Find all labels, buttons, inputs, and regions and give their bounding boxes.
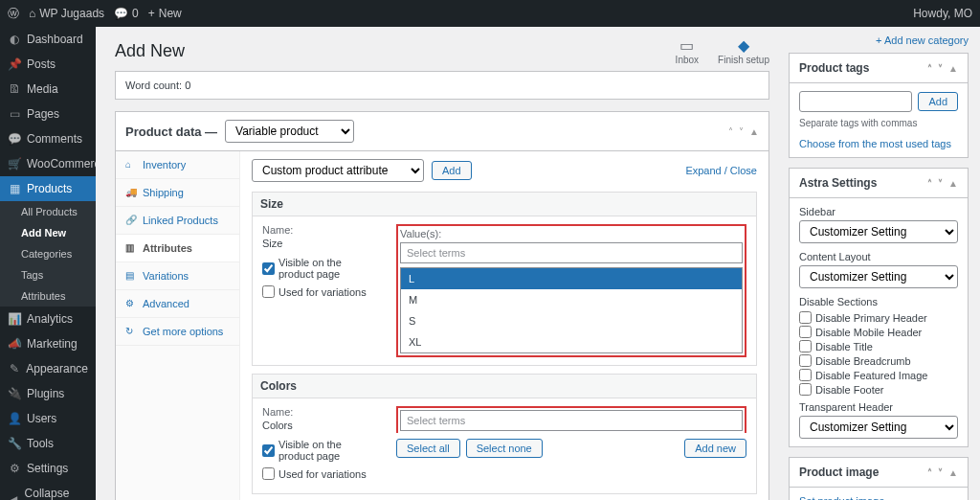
product-tags-panel: Product tags˄˅▲ Add Separate tags with c… bbox=[789, 53, 969, 158]
menu-marketing[interactable]: 📣Marketing bbox=[0, 331, 96, 356]
menu-dashboard[interactable]: ◐Dashboard bbox=[0, 27, 96, 52]
attribute-type-select[interactable]: Custom product attribute bbox=[252, 159, 424, 182]
product-data-panel: Product data — Variable product ˄ ˅ ▲ ⌂I… bbox=[115, 111, 769, 500]
plugins-icon: 🔌 bbox=[8, 387, 21, 400]
tab-variations[interactable]: ▤Variations bbox=[116, 262, 239, 290]
size-option-l[interactable]: L bbox=[401, 268, 742, 289]
size-select-terms-input[interactable]: Select terms bbox=[400, 242, 743, 263]
tab-get-more-options[interactable]: ↻Get more options bbox=[116, 318, 239, 346]
marketing-icon: 📣 bbox=[8, 337, 21, 351]
panel-up-icon[interactable]: ˄ bbox=[728, 126, 733, 137]
inbox-icon: ▭ bbox=[676, 36, 699, 55]
posts-icon: 📌 bbox=[8, 57, 21, 71]
tab-attributes[interactable]: ▥Attributes bbox=[116, 235, 239, 262]
submenu-add-new[interactable]: Add New bbox=[0, 222, 96, 243]
my-account-link[interactable]: Howdy, MO bbox=[913, 7, 972, 20]
menu-plugins[interactable]: 🔌Plugins bbox=[0, 381, 96, 406]
choose-most-used-tags-link[interactable]: Choose from the most used tags bbox=[799, 138, 951, 149]
size-values-highlight: Value(s): Select terms L M S XL bbox=[396, 224, 746, 357]
comments-link[interactable]: 💬 0 bbox=[114, 7, 139, 20]
disable-footer[interactable]: Disable Footer bbox=[799, 383, 958, 396]
submenu-all-products[interactable]: All Products bbox=[0, 201, 96, 222]
menu-tools[interactable]: 🔧Tools bbox=[0, 431, 96, 456]
attributes-icon: ▥ bbox=[125, 242, 137, 254]
size-visible-checkbox[interactable] bbox=[262, 262, 275, 275]
size-variations-checkbox[interactable] bbox=[262, 285, 275, 298]
tab-inventory[interactable]: ⌂Inventory bbox=[116, 151, 239, 179]
menu-users[interactable]: 👤Users bbox=[0, 406, 96, 431]
size-option-xl[interactable]: XL bbox=[401, 331, 742, 352]
linked-icon: 🔗 bbox=[125, 215, 137, 226]
finish-setup-button[interactable]: ◆Finish setup bbox=[718, 36, 769, 65]
size-option-s[interactable]: S bbox=[401, 310, 742, 331]
attribute-size-header[interactable]: Size bbox=[253, 193, 756, 216]
disable-mobile-header[interactable]: Disable Mobile Header bbox=[799, 326, 958, 338]
size-values-label: Value(s): bbox=[400, 228, 743, 239]
disable-title[interactable]: Disable Title bbox=[799, 340, 958, 352]
colors-visible-checkbox[interactable] bbox=[262, 444, 275, 457]
appearance-icon: ✎ bbox=[8, 362, 20, 375]
tab-advanced[interactable]: ⚙Advanced bbox=[116, 290, 239, 318]
tags-title: Product tags bbox=[799, 61, 869, 75]
wordpress-logo-icon[interactable]: ⓦ bbox=[8, 6, 19, 22]
product-data-label: Product data — bbox=[125, 125, 217, 139]
tab-shipping[interactable]: 🚚Shipping bbox=[116, 179, 239, 207]
menu-comments[interactable]: 💬Comments bbox=[0, 126, 96, 151]
add-attribute-button[interactable]: Add bbox=[432, 161, 472, 180]
astra-disable-label: Disable Sections bbox=[799, 296, 958, 307]
menu-woocommerce[interactable]: 🛒WooCommerce bbox=[0, 151, 96, 176]
collapse-menu[interactable]: ◀Collapse menu bbox=[0, 481, 96, 500]
panel-toggle-icon[interactable]: ▲ bbox=[749, 126, 759, 137]
astra-transparent-select[interactable]: Customizer Setting bbox=[799, 416, 958, 439]
submenu-tags[interactable]: Tags bbox=[0, 264, 96, 285]
shipping-icon: 🚚 bbox=[125, 187, 137, 198]
settings-icon: ⚙ bbox=[8, 462, 21, 475]
add-new-term-button[interactable]: Add new bbox=[684, 439, 746, 458]
colors-values-highlight: Select terms bbox=[396, 406, 746, 433]
attribute-colors-header[interactable]: Colors bbox=[253, 375, 756, 398]
colors-variations-label: Used for variations bbox=[278, 468, 367, 480]
panel-down-icon[interactable]: ˅ bbox=[739, 126, 744, 137]
tags-input[interactable] bbox=[799, 91, 912, 112]
expand-close-link[interactable]: Expand / Close bbox=[685, 165, 757, 176]
word-count-bar: Word count: 0 bbox=[115, 71, 769, 100]
collapse-icon: ◀ bbox=[8, 493, 19, 500]
disable-breadcrumb[interactable]: Disable Breadcrumb bbox=[799, 354, 958, 367]
set-product-image-link[interactable]: Set product image bbox=[799, 495, 884, 500]
add-new-category-link[interactable]: + Add new category bbox=[876, 34, 969, 46]
select-none-button[interactable]: Select none bbox=[466, 439, 543, 458]
disable-featured-image[interactable]: Disable Featured Image bbox=[799, 369, 958, 381]
new-content-link[interactable]: + New bbox=[148, 7, 182, 20]
attribute-colors: Colors Name: Colors Visible on the produ… bbox=[252, 374, 757, 494]
astra-content-select[interactable]: Customizer Setting bbox=[799, 265, 958, 288]
colors-variations-checkbox[interactable] bbox=[262, 467, 275, 480]
product-data-tabs: ⌂Inventory 🚚Shipping 🔗Linked Products ▥A… bbox=[116, 151, 240, 500]
astra-settings-panel: Astra Settings˄˅▲ Sidebar Customizer Set… bbox=[789, 168, 969, 447]
menu-posts[interactable]: 📌Posts bbox=[0, 52, 96, 77]
inbox-button[interactable]: ▭Inbox bbox=[676, 36, 699, 65]
menu-products[interactable]: ▦Products bbox=[0, 176, 96, 201]
submenu-categories[interactable]: Categories bbox=[0, 243, 96, 264]
astra-title: Astra Settings bbox=[799, 176, 877, 190]
size-visible-label: Visible on the product page bbox=[278, 257, 377, 280]
menu-settings[interactable]: ⚙Settings bbox=[0, 456, 96, 481]
menu-analytics[interactable]: 📊Analytics bbox=[0, 307, 96, 331]
menu-media[interactable]: 🖻Media bbox=[0, 77, 96, 102]
submenu-attributes[interactable]: Attributes bbox=[0, 285, 96, 307]
variations-icon: ▤ bbox=[125, 270, 137, 282]
woocommerce-icon: 🛒 bbox=[8, 157, 21, 170]
product-type-select[interactable]: Variable product bbox=[225, 120, 354, 143]
products-icon: ▦ bbox=[8, 182, 21, 195]
select-all-button[interactable]: Select all bbox=[396, 439, 460, 458]
analytics-icon: 📊 bbox=[8, 312, 21, 326]
colors-select-terms-input[interactable]: Select terms bbox=[400, 410, 743, 431]
disable-primary-header[interactable]: Disable Primary Header bbox=[799, 311, 958, 324]
astra-sidebar-select[interactable]: Customizer Setting bbox=[799, 220, 958, 243]
menu-pages[interactable]: ▭Pages bbox=[0, 102, 96, 126]
site-home-link[interactable]: ⌂ WP Jugaads bbox=[29, 7, 104, 20]
tab-linked-products[interactable]: 🔗Linked Products bbox=[116, 207, 239, 235]
size-options-dropdown: L M S XL bbox=[400, 267, 743, 353]
menu-appearance[interactable]: ✎Appearance bbox=[0, 356, 96, 381]
tags-add-button[interactable]: Add bbox=[918, 92, 958, 111]
size-option-m[interactable]: M bbox=[401, 289, 742, 310]
